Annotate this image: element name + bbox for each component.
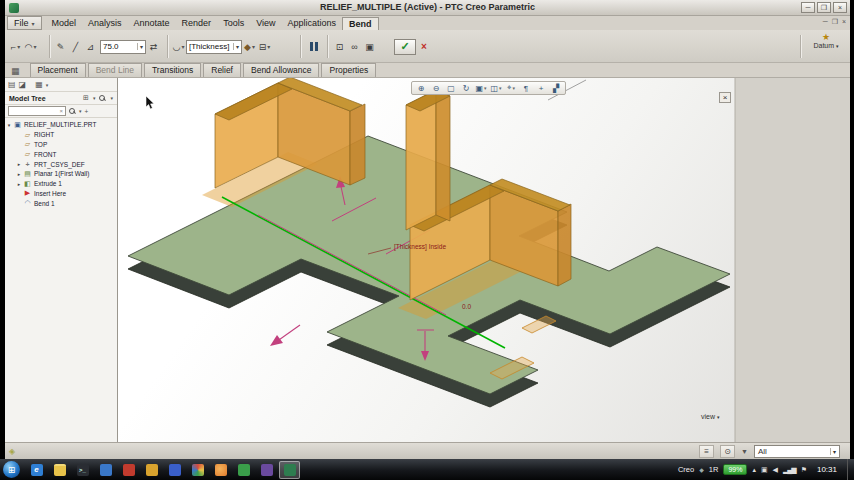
bend-type-2-button[interactable]: ◠ ▾ <box>23 39 38 55</box>
pause-button[interactable] <box>306 39 321 55</box>
preview-shaded-button[interactable]: ▣ <box>362 39 377 55</box>
tab-properties[interactable]: Properties <box>321 63 376 77</box>
bend-type-1-button[interactable]: ⌐ ▾ <box>8 39 23 55</box>
tree-row[interactable]: ▸ ◧ Extrude 1 <box>5 179 117 189</box>
purple-app-icon[interactable] <box>256 461 277 479</box>
flip-angle-button[interactable]: ⇄ <box>146 39 161 55</box>
tree-row[interactable]: ◠ Bend 1 <box>5 198 117 208</box>
direction-arrow[interactable] <box>270 325 300 346</box>
clear-icon[interactable]: × <box>59 108 63 114</box>
menu-render[interactable]: Render <box>176 17 218 29</box>
tab-bend-line[interactable]: Bend Line <box>88 63 142 77</box>
media-player-icon[interactable] <box>95 461 116 479</box>
select-bend-line-button[interactable]: ╱ <box>68 39 83 55</box>
spin-center-icon[interactable]: + <box>534 83 548 94</box>
graphics-area[interactable]: [Thickness] Inside 0.0 ⊕ ⊖ ▢ ↻ ▣ ▾ ◫ ▾ <box>118 78 850 442</box>
repaint-icon[interactable]: ↻ <box>459 83 473 94</box>
view-manager-icon[interactable]: ▞ <box>549 83 563 94</box>
chevron-down-icon[interactable]: ▾ <box>79 108 82 114</box>
menu-analysis[interactable]: Analysis <box>82 17 128 29</box>
creo-app-icon[interactable] <box>279 461 300 479</box>
close-icon[interactable]: × <box>833 2 847 13</box>
menu-model[interactable]: Model <box>46 17 83 29</box>
menu-tools[interactable]: Tools <box>217 17 250 29</box>
status-select-icon[interactable]: ⊙ <box>720 445 735 458</box>
minimize-icon[interactable]: ─ <box>801 2 815 13</box>
taskbar-clock[interactable]: 10:31 <box>817 465 837 474</box>
tab-relief[interactable]: Relief <box>203 63 241 77</box>
status-list-icon[interactable]: ≡ <box>699 445 714 458</box>
start-button[interactable]: ⊞ <box>3 461 20 478</box>
search-icon[interactable] <box>99 95 106 102</box>
red-app-icon[interactable] <box>118 461 139 479</box>
expander-icon[interactable]: ▸ <box>15 181 23 187</box>
saved-views-icon[interactable]: ◫ ▾ <box>489 83 503 94</box>
expander-icon[interactable]: ▾ <box>5 122 13 128</box>
tree-row[interactable]: ▱ TOP <box>5 140 117 150</box>
restore-icon[interactable]: ❐ <box>817 2 831 13</box>
close-icon[interactable]: × <box>719 92 731 103</box>
volume-icon[interactable]: ◀ <box>773 466 778 474</box>
menu-bend-active-tab[interactable]: Bend <box>342 17 379 30</box>
add-icon[interactable]: + <box>85 108 89 115</box>
tree-filter-icon[interactable]: ⊞ <box>83 94 89 102</box>
display-style-icon[interactable]: ▣ ▾ <box>474 83 488 94</box>
datum-display-icon[interactable]: ⌖ ▾ <box>504 83 518 94</box>
folder-icon[interactable] <box>49 461 70 479</box>
menu-file[interactable]: File ▾ <box>7 16 42 30</box>
tab-placement[interactable]: Placement <box>30 63 86 77</box>
preview-wireframe-button[interactable]: ⊡ <box>332 39 347 55</box>
expander-icon[interactable]: ▸ <box>15 171 23 177</box>
chevron-down-icon[interactable]: ▾ <box>110 95 113 101</box>
tree-row[interactable]: ▸ ▤ Planar 1(First Wall) <box>5 169 117 179</box>
yellow-app-icon[interactable] <box>141 461 162 479</box>
datum-group-button[interactable]: ★ Datum ▾ <box>806 32 846 49</box>
annotation-display-icon[interactable]: ¶ <box>519 83 533 94</box>
confirm-feature-button[interactable]: ✓ <box>394 39 416 55</box>
keyboard-icon[interactable]: ▣ <box>761 466 768 474</box>
blue-app-icon[interactable] <box>164 461 185 479</box>
network-icon[interactable]: ▂▄▆ <box>783 466 796 474</box>
bend-angle-combo[interactable]: 75.0 ▾ <box>100 40 146 54</box>
selection-filter-combo[interactable]: All ▾ <box>754 445 840 458</box>
ie-browser-icon[interactable]: e <box>26 461 47 479</box>
green-app-icon[interactable] <box>233 461 254 479</box>
doc-close-icon[interactable]: × <box>842 18 846 26</box>
menu-annotate[interactable]: Annotate <box>128 17 176 29</box>
chevron-down-icon[interactable]: ▾ <box>46 82 49 88</box>
terminal-icon[interactable]: >_ <box>72 461 93 479</box>
tree-row[interactable]: ▱ FRONT <box>5 149 117 159</box>
panel-settings-icon[interactable]: ▦ <box>35 80 43 89</box>
firefox-browser-icon[interactable] <box>210 461 231 479</box>
doc-minimize-icon[interactable]: ─ <box>823 18 828 26</box>
chevron-down-icon[interactable]: ▾ <box>93 95 96 101</box>
dimension-side-button[interactable]: ◆ ▾ <box>242 39 257 55</box>
chrome-browser-icon[interactable] <box>187 461 208 479</box>
thickness-annotation[interactable]: [Thickness] Inside <box>394 243 446 251</box>
expander-icon[interactable]: ▸ <box>15 161 23 167</box>
bend-radius-combo[interactable]: [Thickness] ▾ <box>186 40 242 54</box>
bend-radius-side-button[interactable]: ◡ ▾ <box>171 39 186 55</box>
sketch-bend-line-button[interactable]: ✎ <box>53 39 68 55</box>
zoom-out-icon[interactable]: ⊖ <box>429 83 443 94</box>
relief-option-button[interactable]: ⊟ ▾ <box>257 39 272 55</box>
zoom-in-icon[interactable]: ⊕ <box>414 83 428 94</box>
tree-row[interactable]: ▱ RIGHT <box>5 130 117 140</box>
menu-applications[interactable]: Applications <box>282 17 343 29</box>
panel-cascade-icon[interactable]: ▤ <box>8 80 16 89</box>
doc-restore-icon[interactable]: ❐ <box>832 18 838 26</box>
flag-icon[interactable]: ⚑ <box>801 466 807 474</box>
menu-view[interactable]: View <box>250 17 281 29</box>
battery-indicator[interactable]: 99% <box>723 464 747 475</box>
refit-icon[interactable]: ▢ <box>444 83 458 94</box>
panel-show-icon[interactable]: ◪ <box>19 80 27 89</box>
tree-row[interactable]: ▾ ▣ RELIEF_MULTIPLE.PRT <box>5 120 117 130</box>
angle-readout[interactable]: 0.0 <box>462 303 471 310</box>
cancel-feature-button[interactable]: × <box>416 39 432 55</box>
view-dropdown[interactable]: view ▾ <box>701 413 720 420</box>
tab-bend-allowance[interactable]: Bend Allowance <box>243 63 320 77</box>
3d-model-canvas[interactable]: [Thickness] Inside 0.0 <box>118 78 850 442</box>
show-desktop-button[interactable] <box>847 459 852 480</box>
search-icon[interactable] <box>69 108 76 115</box>
hidden-icons-chevron-icon[interactable]: ▴ <box>752 466 756 474</box>
